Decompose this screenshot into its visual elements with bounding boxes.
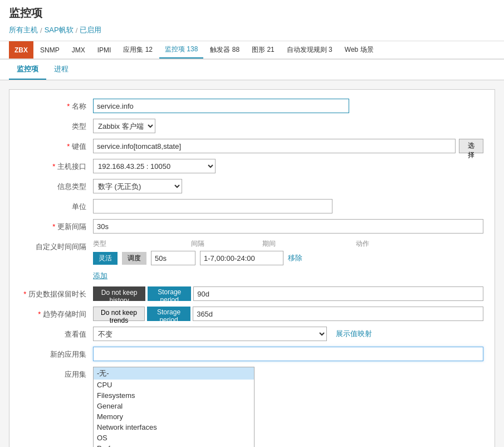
label-interval: 更新间隔 <box>21 219 93 232</box>
select-info-type[interactable]: 数字 (无正负) <box>93 179 182 193</box>
row-app: 应用集 -无- CPU Filesystems General Memory N… <box>21 367 483 447</box>
label-key: 键值 <box>21 139 93 152</box>
value-map-link[interactable]: 展示值映射 <box>336 329 372 339</box>
control-name <box>93 99 483 113</box>
history-value-input[interactable] <box>193 286 483 301</box>
remove-custom-interval[interactable]: 移除 <box>288 253 302 263</box>
app-item-0[interactable]: -无- <box>94 367 254 380</box>
app-item-2[interactable]: Filesystems <box>94 390 254 401</box>
label-type: 类型 <box>21 119 93 132</box>
col-header-action: 动作 <box>356 239 389 249</box>
tab-ipmi[interactable]: IPMI <box>92 41 117 59</box>
row-interval: 更新间隔 <box>21 219 483 234</box>
select-lookup[interactable]: 不变 <box>93 327 327 341</box>
no-trends-button[interactable]: Do not keep trends <box>93 307 145 321</box>
add-custom-interval-link: 添加 <box>93 269 483 281</box>
tab-snmp[interactable]: SNMP <box>35 41 65 59</box>
tab-graphs[interactable]: 图形 21 <box>246 41 280 59</box>
tab-appsets[interactable]: 应用集 12 <box>118 41 158 59</box>
control-interface: 192.168.43.25 : 10050 <box>93 159 483 173</box>
row-lookup: 查看值 不变 展示值映射 <box>21 327 483 341</box>
row-history: 历史数据保留时长 Do not keep history Storage per… <box>21 286 483 301</box>
storage-period-button[interactable]: Storage period <box>148 286 191 301</box>
label-history: 历史数据保留时长 <box>21 286 93 299</box>
label-interface: 主机接口 <box>21 159 93 172</box>
select-interface[interactable]: 192.168.43.25 : 10050 <box>93 159 216 173</box>
row-trends: 趋势存储时间 Do not keep trends Storage period <box>21 307 483 321</box>
row-interface: 主机接口 192.168.43.25 : 10050 <box>21 159 483 173</box>
input-name[interactable] <box>93 99 349 113</box>
select-key-button[interactable]: 选择 <box>459 139 483 153</box>
no-history-button[interactable]: Do not keep history <box>93 286 145 301</box>
label-new-app: 新的应用集 <box>21 347 93 359</box>
label-lookup: 查看值 <box>21 327 93 339</box>
control-key: 选择 <box>93 139 483 153</box>
custom-interval-row: 灵活 调度 移除 <box>93 251 483 265</box>
col-header-period: 期间 <box>262 239 351 249</box>
row-key: 键值 选择 <box>21 139 483 153</box>
tab-triggers[interactable]: 触发器 88 <box>204 41 245 59</box>
app-item-4[interactable]: Memory <box>94 411 254 422</box>
app-listbox[interactable]: -无- CPU Filesystems General Memory Netwo… <box>93 367 255 447</box>
custom-period-input[interactable] <box>200 251 283 265</box>
col-header-interval: 间隔 <box>191 239 258 249</box>
breadcrumb-sap[interactable]: SAP帆软 <box>45 25 74 35</box>
breadcrumb-sep1: / <box>40 26 42 35</box>
control-lookup: 不变 展示值映射 <box>93 327 483 341</box>
custom-interval-input[interactable] <box>151 251 195 265</box>
row-unit: 单位 <box>21 199 483 213</box>
tab-zbx[interactable]: ZBX <box>9 41 33 59</box>
tab-discovery[interactable]: 自动发现规则 3 <box>281 41 338 59</box>
control-interval <box>93 219 483 234</box>
label-unit: 单位 <box>21 199 93 212</box>
control-unit <box>93 199 483 213</box>
label-trends: 趋势存储时间 <box>21 307 93 319</box>
control-type: Zabbix 客户端 <box>93 119 483 133</box>
control-history: Do not keep history Storage period <box>93 286 483 301</box>
tag-flexible[interactable]: 灵活 <box>93 252 118 265</box>
trends-value-input[interactable] <box>193 307 483 321</box>
control-new-app <box>93 347 483 361</box>
sub-tabs: 监控项 进程 <box>0 60 504 80</box>
new-app-input[interactable] <box>93 347 483 361</box>
input-unit[interactable] <box>93 199 332 213</box>
app-item-6[interactable]: OS <box>94 433 254 443</box>
row-custom-interval: 自定义时间间隔 类型 间隔 期间 动作 灵活 调度 移除 添加 <box>21 239 483 281</box>
input-key[interactable] <box>93 139 456 153</box>
breadcrumb-enabled[interactable]: 已启用 <box>80 25 101 35</box>
control-info-type: 数字 (无正负) <box>93 179 483 193</box>
tab-items[interactable]: 监控项 138 <box>159 41 203 59</box>
label-name: 名称 <box>21 99 93 111</box>
label-info-type: 信息类型 <box>21 179 93 192</box>
row-info-type: 信息类型 数字 (无正负) <box>21 179 483 193</box>
row-new-app: 新的应用集 <box>21 347 483 361</box>
col-header-schedule <box>142 239 187 249</box>
label-custom-interval: 自定义时间间隔 <box>21 239 93 252</box>
control-custom-interval: 类型 间隔 期间 动作 灵活 调度 移除 添加 <box>93 239 483 281</box>
trends-storage-period-button[interactable]: Storage period <box>147 307 190 321</box>
tab-web[interactable]: Web 场景 <box>339 41 379 59</box>
tab-jmx[interactable]: JMX <box>66 41 91 59</box>
select-type[interactable]: Zabbix 客户端 <box>93 119 155 133</box>
breadcrumb-all-hosts[interactable]: 所有主机 <box>9 25 38 35</box>
add-interval-button[interactable]: 添加 <box>93 271 107 281</box>
control-app: -无- CPU Filesystems General Memory Netwo… <box>93 367 483 447</box>
app-item-5[interactable]: Network interfaces <box>94 422 254 433</box>
label-app: 应用集 <box>21 367 93 380</box>
app-item-3[interactable]: General <box>94 401 254 411</box>
tag-schedule[interactable]: 调度 <box>122 252 146 265</box>
app-item-7[interactable]: Performance <box>94 443 254 447</box>
custom-interval-header: 类型 间隔 期间 动作 <box>93 239 483 249</box>
col-header-type: 类型 <box>93 239 138 249</box>
sub-tab-processes[interactable]: 进程 <box>46 60 76 80</box>
input-interval[interactable] <box>93 219 483 234</box>
page-title: 监控项 <box>9 6 495 21</box>
row-type: 类型 Zabbix 客户端 <box>21 119 483 133</box>
breadcrumb-sep2: / <box>76 26 78 35</box>
breadcrumb: 所有主机 / SAP帆软 / 已启用 <box>9 25 495 35</box>
sub-tab-items[interactable]: 监控项 <box>9 60 46 80</box>
control-trends: Do not keep trends Storage period <box>93 307 483 321</box>
nav-tabs: ZBX SNMP JMX IPMI 应用集 12 监控项 138 触发器 88 … <box>0 41 504 60</box>
app-item-1[interactable]: CPU <box>94 380 254 390</box>
content: 名称 类型 Zabbix 客户端 键值 选择 主机接口 <box>0 80 504 447</box>
